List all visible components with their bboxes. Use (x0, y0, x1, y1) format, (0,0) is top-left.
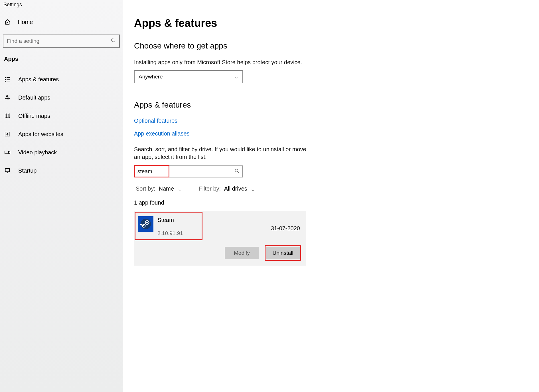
steam-app-icon (138, 216, 153, 232)
sidebar-item-apps-features[interactable]: Apps & features (0, 70, 123, 88)
svg-point-2 (5, 77, 6, 78)
filter-by-value: All drives (224, 185, 247, 192)
svg-point-4 (5, 79, 6, 80)
svg-point-24 (146, 222, 148, 223)
app-name: Steam (157, 217, 271, 223)
choose-apps-help: Installing apps only from Microsoft Stor… (134, 58, 311, 66)
sort-by-label: Sort by: (136, 185, 155, 192)
map-icon (4, 112, 11, 119)
video-icon (4, 149, 11, 156)
home-nav[interactable]: Home (0, 15, 123, 29)
defaults-icon (4, 94, 11, 101)
svg-point-0 (112, 39, 114, 42)
home-icon (4, 19, 11, 25)
sidebar-item-apps-for-websites[interactable]: Apps for websites (0, 125, 123, 143)
modify-button[interactable]: Modify (225, 247, 259, 259)
svg-point-20 (235, 169, 238, 172)
settings-search[interactable] (3, 35, 120, 48)
modify-button-label: Modify (234, 250, 250, 256)
optional-features-link[interactable]: Optional features (134, 118, 528, 124)
sidebar-item-label: Startup (18, 167, 37, 174)
settings-search-input[interactable] (7, 38, 111, 44)
app-list-search[interactable] (134, 165, 243, 177)
app-source-select[interactable]: Anywhere (134, 70, 243, 83)
home-label: Home (18, 19, 33, 25)
search-icon (234, 168, 240, 175)
sidebar-item-label: Default apps (18, 94, 50, 101)
chevron-down-icon (234, 75, 238, 79)
startup-icon (4, 167, 11, 174)
filter-by-control[interactable]: Filter by: All drives (199, 185, 255, 192)
svg-rect-16 (5, 151, 9, 153)
sort-by-control[interactable]: Sort by: Name (136, 185, 182, 192)
svg-rect-17 (5, 169, 10, 172)
sidebar-item-offline-maps[interactable]: Offline maps (0, 107, 123, 125)
svg-line-1 (114, 41, 115, 42)
sidebar-item-default-apps[interactable]: Default apps (0, 88, 123, 107)
app-execution-aliases-link[interactable]: App execution aliases (134, 130, 528, 137)
page-title: Apps & features (134, 17, 528, 29)
chevron-down-icon (178, 187, 182, 191)
window-title: Settings (0, 0, 123, 15)
main-content: Apps & features Choose where to get apps… (123, 0, 539, 392)
chevron-down-icon (251, 187, 255, 191)
app-list-help: Search, sort, and filter by drive. If yo… (134, 146, 311, 161)
sidebar-item-label: Apps for websites (18, 131, 63, 138)
app-source-value: Anywhere (139, 74, 163, 80)
sidebar-item-startup[interactable]: Startup (0, 161, 123, 180)
svg-point-6 (5, 81, 6, 82)
choose-apps-title: Choose where to get apps (134, 41, 528, 50)
list-icon (4, 76, 11, 83)
sidebar: Settings Home Apps (0, 0, 123, 392)
sidebar-item-video-playback[interactable]: Video playback (0, 143, 123, 161)
app-list-item[interactable]: Steam 2.10.91.91 31-07-2020 Modify Unins… (134, 211, 306, 266)
sidebar-item-label: Apps & features (18, 76, 59, 83)
filter-by-label: Filter by: (199, 185, 221, 192)
sidebar-item-label: Offline maps (18, 113, 50, 119)
app-install-date: 31-07-2020 (271, 221, 300, 232)
uninstall-button-label: Uninstall (273, 250, 293, 256)
search-icon (111, 38, 116, 44)
uninstall-button[interactable]: Uninstall (266, 247, 300, 259)
sidebar-item-label: Video playback (18, 149, 57, 156)
app-version: 2.10.91.91 (157, 230, 271, 237)
app-count-label: 1 app found (134, 199, 528, 206)
open-external-icon (4, 131, 11, 138)
svg-line-21 (238, 171, 239, 173)
app-list-search-input[interactable] (137, 168, 234, 175)
sort-by-value: Name (159, 185, 174, 192)
sidebar-section-label: Apps (0, 56, 123, 70)
apps-features-subtitle: Apps & features (134, 100, 528, 110)
